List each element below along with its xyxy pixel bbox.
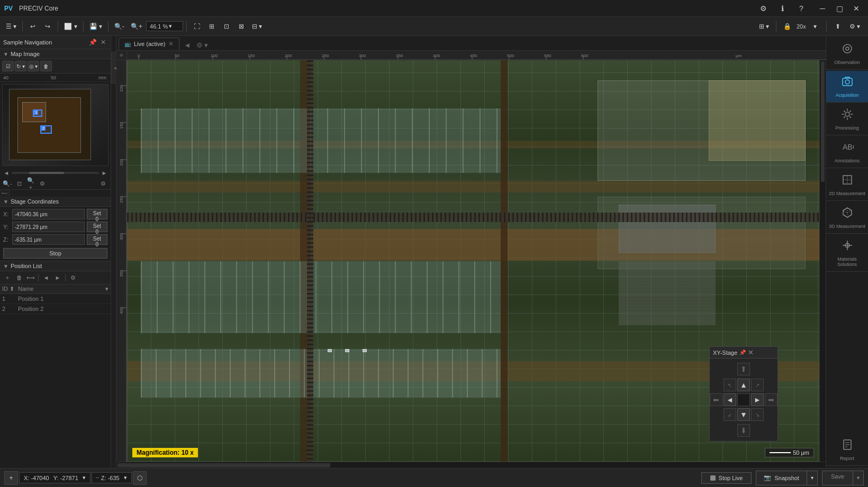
svg-text:400: 400 [433, 53, 440, 58]
window-btn[interactable]: ⬜ ▾ [61, 20, 79, 33]
view-btn1[interactable]: ⊞ [205, 20, 219, 33]
capture-btn[interactable]: ⬆ [831, 20, 845, 33]
tab-live-close[interactable]: ✕ [168, 40, 174, 48]
map-overview[interactable]: ⊡ [14, 179, 24, 188]
layout-btn[interactable]: ⊞ ▾ [756, 20, 772, 33]
pos-delete-btn[interactable]: 🗑 [14, 273, 24, 282]
xy-down-btn[interactable]: ▼ [737, 408, 750, 421]
xy-up-far-btn[interactable]: ⬆ [737, 363, 750, 375]
sidebar-item-observation[interactable]: Observation [826, 38, 868, 70]
ruler-corner-icon: ⊕ [120, 53, 123, 58]
map-scroll-right[interactable]: ► [99, 168, 110, 178]
left-panel-pin-btn[interactable]: 📌 [88, 38, 97, 47]
pos-settings-btn[interactable]: ⚙ [68, 273, 78, 282]
map-delete-btn[interactable]: 🗑 [40, 61, 52, 71]
position-row-2[interactable]: 2 Position 2 [0, 304, 111, 314]
tab-add-left[interactable]: ◄ [182, 40, 193, 50]
map-scroll-left[interactable]: ◄ [1, 168, 12, 178]
xy-top-row: ↖ ▲ ↗ [724, 379, 764, 391]
save-dropdown-btn[interactable]: ▾ [853, 471, 864, 485]
info-btn[interactable]: ℹ [775, 3, 790, 14]
redo-btn[interactable]: ↪ [41, 20, 55, 33]
close-btn[interactable]: ✕ [849, 3, 864, 14]
xy-downright-btn[interactable]: ↘ [751, 408, 764, 421]
stop-live-btn[interactable]: Stop Live [701, 472, 752, 484]
z-set0-btn[interactable]: Set 0 [87, 234, 107, 245]
sidebar-item-materials[interactable]: Materials Solutions [826, 235, 868, 272]
viewport-scrollbar-right[interactable] [819, 60, 826, 462]
status-z-coord[interactable]: ↕ Z: -635 ▾ [92, 472, 132, 483]
pos-add-btn[interactable]: + [2, 273, 13, 282]
status-add-btn[interactable]: + [4, 471, 18, 485]
settings-btn[interactable]: ⚙ [756, 3, 771, 14]
save-btn[interactable]: 💾 ▾ [87, 20, 105, 33]
settings-tb-btn[interactable]: ⚙ ▾ [847, 20, 863, 33]
status-xy-coord[interactable]: X: -47040 Y: -27871 ▾ [19, 472, 91, 483]
map-selection-1[interactable]: 1 [33, 109, 42, 117]
xy-upright-btn[interactable]: ↗ [751, 379, 764, 391]
tab-live[interactable]: 📺 Live (active) ✕ [119, 38, 179, 50]
stage-coords-section-header[interactable]: ▼ Stage Coordinates [0, 197, 111, 207]
pos-next-btn[interactable]: ► [52, 273, 63, 282]
y-set0-btn[interactable]: Set 0 [87, 222, 107, 232]
xy-left-btn[interactable]: ◄ [724, 393, 736, 406]
view-btn2[interactable]: ⊡ [220, 20, 233, 33]
x-value[interactable] [12, 209, 85, 219]
fullscreen-btn[interactable]: ⛶ [190, 20, 204, 33]
sidebar-item-processing[interactable]: Processing [826, 104, 868, 135]
stop-btn[interactable]: Stop [3, 248, 107, 259]
z-value[interactable] [12, 234, 85, 245]
view-btn4[interactable]: ⊟ ▾ [249, 20, 265, 33]
sidebar-item-report[interactable]: Report [826, 434, 868, 466]
toolbar-sep-6 [776, 21, 776, 32]
xy-right-far-btn[interactable]: ➡ [765, 393, 777, 406]
map-select-btn[interactable]: ☑ [2, 61, 14, 71]
toolbar-menu-btn[interactable]: ☰ ▾ [3, 20, 19, 33]
tab-settings-btn[interactable]: ⚙ ▾ [194, 40, 211, 50]
sidebar-item-2d-measurement[interactable]: 2D Measurement [826, 169, 868, 201]
view-btn3[interactable]: ⊠ [234, 20, 248, 33]
xy-up-btn[interactable]: ▲ [737, 379, 750, 391]
undo-btn[interactable]: ↩ [26, 20, 40, 33]
viewport-scrollbar-bottom[interactable] [116, 462, 826, 468]
pos-transfer-btn[interactable]: ⟷ [25, 273, 36, 282]
xy-close-btn[interactable]: ✕ [748, 348, 754, 356]
left-panel-close-btn[interactable]: ✕ [99, 38, 107, 47]
zoom-display[interactable]: 46.1 % ▾ [146, 21, 183, 31]
sidebar-item-annotations[interactable]: ABC Annotations [826, 136, 868, 168]
snapshot-btn[interactable]: 📷 Snapshot [756, 471, 807, 485]
stop-dot [710, 475, 716, 481]
xy-right-btn[interactable]: ► [751, 393, 764, 406]
pos-prev-btn[interactable]: ◄ [41, 273, 51, 282]
xy-down-far-btn[interactable]: ⬇ [737, 424, 750, 437]
map-selection-2[interactable]: 2 [40, 125, 52, 134]
xy-left-far-btn[interactable]: ⬅ [710, 393, 722, 406]
sidebar-item-acquisition[interactable]: Acquisition [826, 71, 868, 103]
map-zoom-out[interactable]: 🔍- [2, 179, 13, 188]
window-controls: ─ ▢ ✕ [815, 3, 864, 14]
position-row-1[interactable]: 1 Position 1 [0, 294, 111, 304]
xy-downleft-btn[interactable]: ↙ [724, 408, 736, 421]
mag-dropdown[interactable]: ▾ [808, 20, 822, 33]
map-zoom-in[interactable]: 🔍+ [25, 179, 36, 188]
map-settings[interactable]: ⚙ [37, 179, 48, 188]
minimize-btn[interactable]: ─ [815, 3, 830, 14]
y-value[interactable] [12, 222, 85, 232]
map-filter-btn[interactable]: ◎ ▾ [28, 61, 39, 71]
map-extra-btn[interactable]: ⚙ [98, 179, 108, 188]
save-btn[interactable]: Save [822, 471, 853, 485]
help-btn[interactable]: ? [794, 3, 809, 14]
snapshot-dropdown-btn[interactable]: ▾ [807, 471, 818, 485]
xy-upleft-btn[interactable]: ↖ [724, 379, 736, 391]
status-camera-btn[interactable]: ⬡ [133, 471, 147, 485]
maximize-btn[interactable]: ▢ [832, 3, 847, 14]
map-image-section-header[interactable]: ▼ Map Image [0, 49, 111, 59]
zoom-out-btn[interactable]: 🔍- [112, 20, 127, 33]
x-set0-btn[interactable]: Set 0 [87, 209, 107, 219]
zoom-in-btn[interactable]: 🔍+ [128, 20, 145, 33]
mag-btn[interactable]: 🔒 [781, 20, 794, 33]
pos-list-section-header[interactable]: ▼ Position List [0, 261, 111, 271]
xy-pin-btn[interactable]: 📌 [739, 350, 746, 355]
sidebar-item-3d-measurement[interactable]: 3D Measurement [826, 202, 868, 234]
map-refresh-btn[interactable]: ↻ ▾ [15, 61, 26, 71]
